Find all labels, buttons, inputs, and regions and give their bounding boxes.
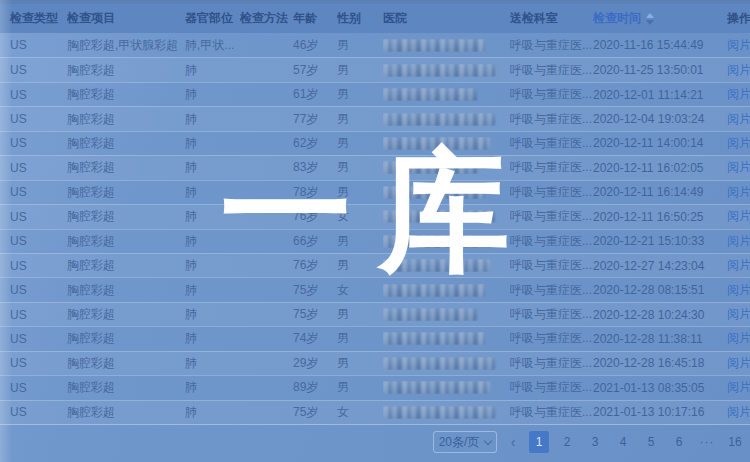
cell-check-type: US: [0, 136, 67, 150]
table-row[interactable]: US 胸腔彩超 肺 83岁 男 呼吸与重症医... 2020-12-11 16:…: [0, 155, 750, 179]
cell-check-item: 胸腔彩超: [67, 233, 185, 250]
read-film-link[interactable]: 阅片: [727, 185, 750, 199]
table-row[interactable]: US 胸腔彩超,甲状腺彩超 肺,甲状... 46岁 男 呼吸与重症医... 20…: [0, 33, 750, 57]
cell-gender: 男: [337, 330, 383, 347]
col-header-organ-part[interactable]: 器官部位: [185, 10, 240, 27]
read-film-link[interactable]: 阅片: [727, 234, 750, 248]
cell-check-item: 胸腔彩超: [67, 208, 185, 225]
read-film-link[interactable]: 阅片: [727, 160, 750, 174]
cell-hospital: [383, 161, 510, 174]
cell-operation: 阅片: [727, 135, 750, 152]
col-header-check-method[interactable]: 检查方法: [240, 10, 293, 27]
cell-organ-part: 肺: [185, 184, 240, 201]
cell-check-item: 胸腔彩超: [67, 111, 185, 128]
table-row[interactable]: US 胸腔彩超 肺 76岁 女 呼吸与重症医... 2020-12-11 16:…: [0, 204, 750, 228]
page-button-1[interactable]: 1: [529, 431, 549, 453]
table-row[interactable]: US 胸腔彩超 肺 61岁 男 呼吸与重症医... 2020-12-01 11:…: [0, 82, 750, 106]
cell-check-time: 2020-12-21 15:10:33: [593, 234, 727, 248]
cell-check-type: US: [0, 161, 67, 175]
cell-check-item: 胸腔彩超: [67, 282, 185, 299]
table-row[interactable]: US 胸腔彩超 肺 75岁 女 呼吸与重症医... 2021-01-13 10:…: [0, 400, 750, 424]
table-row[interactable]: US 胸腔彩超 肺 75岁 男 呼吸与重症医... 2020-12-28 10:…: [0, 302, 750, 326]
cell-check-item: 胸腔彩超: [67, 135, 185, 152]
cell-operation: 阅片: [727, 379, 750, 396]
table-row[interactable]: US 胸腔彩超 肺 75岁 女 呼吸与重症医... 2020-12-28 08:…: [0, 277, 750, 301]
page-button-2[interactable]: 2: [557, 431, 577, 453]
table-row[interactable]: US 胸腔彩超 肺 77岁 男 呼吸与重症医... 2020-12-04 19:…: [0, 106, 750, 130]
table-row[interactable]: US 胸腔彩超 肺 66岁 男 呼吸与重症医... 2020-12-21 15:…: [0, 229, 750, 253]
read-film-link[interactable]: 阅片: [727, 63, 750, 77]
col-header-age[interactable]: 年龄: [293, 10, 337, 27]
cell-organ-part: 肺: [185, 159, 240, 176]
read-film-link[interactable]: 阅片: [727, 112, 750, 126]
cell-check-time: 2020-12-11 16:14:49: [593, 185, 727, 199]
col-header-hospital[interactable]: 医院: [383, 10, 510, 27]
sort-caret-icon[interactable]: [646, 13, 654, 25]
cell-age: 89岁: [293, 379, 337, 396]
hospital-redacted-block: [383, 332, 485, 345]
cell-check-time: 2020-12-11 16:02:05: [593, 161, 727, 175]
cell-check-type: US: [0, 283, 67, 297]
cell-age: 29岁: [293, 355, 337, 372]
read-film-link[interactable]: 阅片: [727, 283, 750, 297]
cell-department: 呼吸与重症医...: [510, 184, 593, 201]
read-film-link[interactable]: 阅片: [727, 380, 750, 394]
cell-department: 呼吸与重症医...: [510, 135, 593, 152]
cell-age: 76岁: [293, 257, 337, 274]
col-header-check-item[interactable]: 检查项目: [67, 10, 185, 27]
hospital-redacted-block: [383, 64, 495, 77]
read-film-link[interactable]: 阅片: [727, 307, 750, 321]
cell-organ-part: 肺,甲状...: [185, 37, 240, 54]
cell-department: 呼吸与重症医...: [510, 208, 593, 225]
table-row[interactable]: US 胸腔彩超 肺 89岁 男 呼吸与重症医... 2021-01-13 08:…: [0, 375, 750, 399]
prev-page-button[interactable]: ‹: [505, 434, 521, 450]
table-row[interactable]: US 胸腔彩超 肺 62岁 男 呼吸与重症医... 2020-12-11 14:…: [0, 131, 750, 155]
cell-check-item: 胸腔彩超: [67, 404, 185, 421]
col-header-gender[interactable]: 性别: [337, 10, 383, 27]
page-ellipsis[interactable]: ···: [697, 431, 717, 453]
page-button-3[interactable]: 3: [585, 431, 605, 453]
cell-age: 83岁: [293, 159, 337, 176]
hospital-redacted-block: [383, 284, 485, 297]
cell-operation: 阅片: [727, 330, 750, 347]
cell-check-item: 胸腔彩超: [67, 379, 185, 396]
hospital-redacted-block: [383, 381, 490, 394]
page-size-select[interactable]: 20条/页: [433, 431, 497, 453]
cell-check-item: 胸腔彩超: [67, 159, 185, 176]
cell-organ-part: 肺: [185, 282, 240, 299]
read-film-link[interactable]: 阅片: [727, 87, 750, 101]
table-row[interactable]: US 胸腔彩超 肺 29岁 男 呼吸与重症医... 2020-12-28 16:…: [0, 351, 750, 375]
col-header-check-type[interactable]: 检查类型: [0, 10, 67, 27]
cell-check-type: US: [0, 185, 67, 199]
table-row[interactable]: US 胸腔彩超 肺 78岁 男 呼吸与重症医... 2020-12-11 16:…: [0, 180, 750, 204]
page-button-16[interactable]: 16: [725, 431, 745, 453]
cell-age: 74岁: [293, 330, 337, 347]
read-film-link[interactable]: 阅片: [727, 405, 750, 419]
cell-gender: 男: [337, 184, 383, 201]
cell-age: 46岁: [293, 37, 337, 54]
cell-check-time: 2021-01-13 10:17:16: [593, 405, 727, 419]
read-film-link[interactable]: 阅片: [727, 136, 750, 150]
read-film-link[interactable]: 阅片: [727, 38, 750, 52]
page-button-5[interactable]: 5: [641, 431, 661, 453]
read-film-link[interactable]: 阅片: [727, 356, 750, 370]
cell-organ-part: 肺: [185, 404, 240, 421]
cell-operation: 阅片: [727, 257, 750, 274]
read-film-link[interactable]: 阅片: [727, 209, 750, 223]
read-film-link[interactable]: 阅片: [727, 258, 750, 272]
page-button-4[interactable]: 4: [613, 431, 633, 453]
col-header-check-time[interactable]: 检查时间: [593, 10, 727, 27]
table-row[interactable]: US 胸腔彩超 肺 74岁 男 呼吸与重症医... 2020-12-28 11:…: [0, 326, 750, 350]
table-row[interactable]: US 胸腔彩超 肺 57岁 男 呼吸与重症医... 2020-11-25 13:…: [0, 57, 750, 81]
read-film-link[interactable]: 阅片: [727, 331, 750, 345]
cell-check-time: 2020-11-16 15:44:49: [593, 38, 727, 52]
cell-check-type: US: [0, 308, 67, 322]
page-button-6[interactable]: 6: [669, 431, 689, 453]
col-header-department[interactable]: 送检科室: [510, 10, 593, 27]
cell-gender: 男: [337, 159, 383, 176]
table-row[interactable]: US 胸腔彩超 肺 76岁 男 呼吸与重症医... 2020-12-27 14:…: [0, 253, 750, 277]
cell-hospital: [383, 406, 510, 419]
cell-age: 66岁: [293, 233, 337, 250]
page-buttons: 123456···16: [529, 431, 745, 453]
cell-operation: 阅片: [727, 282, 750, 299]
